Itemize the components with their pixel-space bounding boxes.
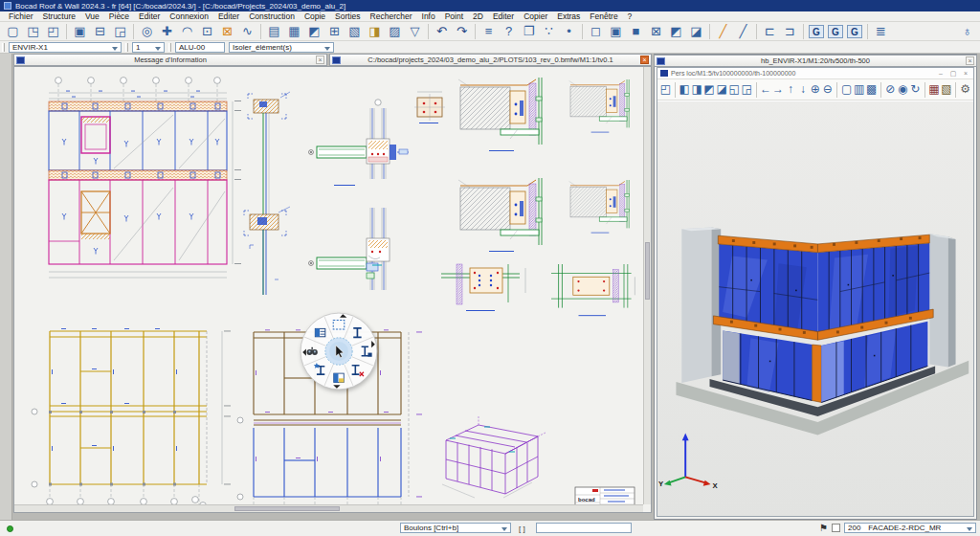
command-combo[interactable]: Boulons [Ctrl+b] <box>400 523 511 533</box>
globe-icon[interactable]: ♁ <box>957 23 977 40</box>
message-close-button[interactable]: × <box>316 56 324 64</box>
menu--[interactable]: ? <box>623 11 637 21</box>
new-drawing-icon[interactable]: ▢ <box>3 23 23 40</box>
beam-export-icon[interactable]: ⊠ <box>217 23 237 40</box>
hide-elements-icon[interactable]: ⊘ <box>884 81 897 99</box>
view-iso-icon[interactable]: ◧ <box>679 81 691 99</box>
structure-tree-icon[interactable]: ≡ <box>479 23 499 40</box>
measure-points-icon[interactable]: ∵ <box>539 23 559 40</box>
group-g3-icon[interactable]: G <box>847 25 862 38</box>
edit-nodes-icon[interactable]: ⊡ <box>197 23 217 40</box>
select-corner-icon[interactable]: ◪ <box>686 23 706 40</box>
pan-up-icon[interactable]: ↑ <box>784 81 796 99</box>
mode-combo[interactable]: Isoler_élément(s) <box>229 42 334 53</box>
group-g1-icon[interactable]: G <box>809 25 824 38</box>
clipboard-icon[interactable]: ❐ <box>519 23 539 40</box>
save-icon[interactable]: ▣ <box>70 23 90 40</box>
menu-extras[interactable]: Extras <box>552 11 585 21</box>
select-model-icon[interactable]: ◰ <box>659 81 672 99</box>
group-g2-icon[interactable]: G <box>828 25 843 38</box>
select-filled-icon[interactable]: ▣ <box>606 23 626 40</box>
pan-left-icon[interactable]: ← <box>759 81 771 99</box>
layer-combo[interactable]: ENVIR-X1 <box>9 42 122 53</box>
model-window-titlebar[interactable]: hb_ENVIR-X1/M1:20/tv500/th-500 × <box>654 55 977 67</box>
pan-down-icon[interactable]: ↓ <box>796 81 809 99</box>
panel-create-icon[interactable] <box>334 373 345 382</box>
toolbar-handle[interactable] <box>2 43 5 52</box>
move-icon[interactable]: ✚ <box>157 23 177 40</box>
model-close-button[interactable]: × <box>966 56 974 65</box>
viewport-settings-icon[interactable]: ⚙ <box>959 81 971 99</box>
query-icon[interactable]: ? <box>499 23 519 40</box>
menu-fen-tre[interactable]: Fenêtre <box>585 11 622 21</box>
menu-editer[interactable]: Editer <box>213 11 244 21</box>
menu-editer[interactable]: Editer <box>134 11 165 21</box>
bracket-panel-icon[interactable]: ⊏ <box>760 23 780 40</box>
view-bottom-icon[interactable]: ◲ <box>741 81 753 99</box>
drawing-horizontal-scrollbar[interactable] <box>14 504 643 512</box>
shade-wire-icon[interactable]: ▢ <box>840 81 853 99</box>
number-combo[interactable]: 1 <box>132 42 165 53</box>
menu-fichier[interactable]: Fichier <box>4 11 38 21</box>
menu-copie[interactable]: Copie <box>300 11 330 21</box>
select-frame-icon[interactable]: ◻ <box>586 23 606 40</box>
arc-icon[interactable]: ◠ <box>177 23 197 40</box>
material-field[interactable]: ALU-00 <box>175 42 225 53</box>
scrollbar-thumb[interactable] <box>234 506 340 511</box>
select-solid-icon[interactable]: ■ <box>626 23 646 40</box>
view-side-icon[interactable]: ◩ <box>703 81 716 99</box>
menu-editer[interactable]: Editer <box>488 11 519 21</box>
panel-stamp-icon[interactable]: ▨ <box>385 23 405 40</box>
toolbar-handle[interactable] <box>168 43 171 52</box>
panel-section-icon[interactable]: ◨ <box>365 23 385 40</box>
menu-connexion[interactable]: Connexion <box>165 11 213 21</box>
menu-copier[interactable]: Copier <box>519 11 552 21</box>
menu-rechercher[interactable]: Rechercher <box>366 11 417 21</box>
menu-2d[interactable]: 2D <box>468 11 488 21</box>
wall-panel-icon[interactable]: ▤ <box>264 23 284 40</box>
active-view-combo[interactable]: 200 FACADE-2-RDC_MR <box>844 523 976 533</box>
scrollbar-thumb[interactable] <box>645 242 650 300</box>
viewport-minimize-button[interactable]: – <box>936 70 946 77</box>
node-icon[interactable]: • <box>559 23 579 40</box>
drawing-canvas[interactable]: bocad <box>13 66 652 513</box>
save-copy-icon[interactable]: ⊟ <box>90 23 110 40</box>
create-point-icon[interactable]: ◎ <box>137 23 157 40</box>
add-wall-panel-icon[interactable]: ▦ <box>284 23 304 40</box>
model-canvas[interactable]: Y X <box>657 101 973 516</box>
zoom-out-icon[interactable]: ⊖ <box>821 81 834 99</box>
open-drawing-icon[interactable]: ◳ <box>23 23 43 40</box>
menu-pi-ce[interactable]: Pièce <box>104 11 134 21</box>
viewport-maximize-button[interactable]: ▢ <box>948 70 958 78</box>
undo-icon[interactable]: ↶ <box>432 23 452 40</box>
slash-tool-icon[interactable]: ╱ <box>713 23 733 40</box>
message-window-titlebar[interactable]: Message d'Information × <box>13 54 327 66</box>
command-input[interactable] <box>536 523 632 533</box>
zoom-in-icon[interactable]: ⊕ <box>809 81 821 99</box>
render-icon[interactable]: ▦ <box>927 81 940 99</box>
viewport-close-button[interactable]: × <box>961 70 970 77</box>
import-drawing-icon[interactable]: ◰ <box>43 23 63 40</box>
plug-panel-icon[interactable]: ⊐ <box>780 23 800 40</box>
toolbar-handle[interactable] <box>125 43 128 52</box>
capture-icon[interactable]: ▧ <box>940 81 952 99</box>
redo-icon[interactable]: ↷ <box>452 23 472 40</box>
list-properties-icon[interactable]: ≣ <box>871 23 891 40</box>
drawing-close-button[interactable]: × <box>640 56 649 64</box>
menu-point[interactable]: Point <box>440 11 468 21</box>
drawing-vertical-scrollbar[interactable] <box>643 67 651 504</box>
menu-structure[interactable]: Structure <box>38 11 81 21</box>
close-drawing-icon[interactable]: ◲ <box>110 23 130 40</box>
view-front-icon[interactable]: ◨ <box>691 81 703 99</box>
drawing-window-titlebar[interactable]: C:/bocad/projects_2024/03_demo_alu_2/PLO… <box>329 54 652 66</box>
select-half-icon[interactable]: ◩ <box>666 23 686 40</box>
view-back-icon[interactable]: ◱ <box>728 81 741 99</box>
view-top-icon[interactable]: ◪ <box>716 81 728 99</box>
menu-construction[interactable]: Construction <box>244 11 300 21</box>
viewport-titlebar[interactable]: Pers loc/M1:5/tv100000000/th-100000000 –… <box>657 68 973 79</box>
polyline-icon[interactable]: ∿ <box>237 23 257 40</box>
shade-solid-icon[interactable]: ▩ <box>865 81 878 99</box>
show-elements-icon[interactable]: ◉ <box>897 81 909 99</box>
menu-vue[interactable]: Vue <box>80 11 104 21</box>
panel-grid-icon[interactable]: ⊞ <box>324 23 345 40</box>
